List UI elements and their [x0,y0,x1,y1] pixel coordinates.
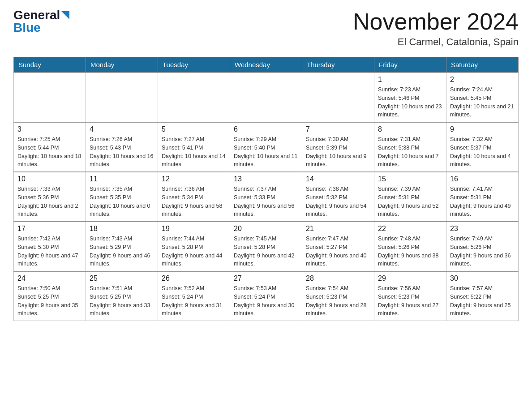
calendar-cell: 18Sunrise: 7:43 AMSunset: 5:29 PMDayligh… [86,222,158,271]
calendar-cell: 9Sunrise: 7:32 AMSunset: 5:37 PMDaylight… [446,122,519,172]
title-block: November 2024 El Carmel, Catalonia, Spai… [353,9,519,48]
day-info: Sunrise: 7:45 AMSunset: 5:28 PMDaylight:… [234,235,298,268]
logo-blue-line: Blue [13,21,41,34]
day-info: Sunrise: 7:43 AMSunset: 5:29 PMDaylight:… [90,235,154,268]
day-number: 30 [450,274,515,283]
day-number: 29 [378,274,442,283]
calendar-cell: 19Sunrise: 7:44 AMSunset: 5:28 PMDayligh… [158,222,230,271]
week-row-4: 17Sunrise: 7:42 AMSunset: 5:30 PMDayligh… [14,222,519,271]
calendar-cell: 14Sunrise: 7:38 AMSunset: 5:32 PMDayligh… [302,172,374,222]
week-row-3: 10Sunrise: 7:33 AMSunset: 5:36 PMDayligh… [14,172,519,222]
day-number: 2 [450,76,515,84]
calendar-cell: 27Sunrise: 7:53 AMSunset: 5:24 PMDayligh… [230,271,302,321]
logo-general-text: General [13,9,60,21]
calendar-cell [86,73,158,122]
weekday-header-sunday: Sunday [14,57,86,73]
calendar-cell: 25Sunrise: 7:51 AMSunset: 5:25 PMDayligh… [86,271,158,321]
calendar-cell: 23Sunrise: 7:49 AMSunset: 5:26 PMDayligh… [446,222,519,271]
month-title: November 2024 [353,9,519,34]
day-number: 26 [162,274,226,283]
day-number: 5 [162,125,226,133]
calendar-cell: 12Sunrise: 7:36 AMSunset: 5:34 PMDayligh… [158,172,230,222]
calendar-cell: 2Sunrise: 7:24 AMSunset: 5:45 PMDaylight… [446,73,519,122]
weekday-header-wednesday: Wednesday [230,57,302,73]
calendar-cell [158,73,230,122]
day-number: 19 [162,225,226,233]
day-number: 27 [234,274,298,283]
calendar-cell: 10Sunrise: 7:33 AMSunset: 5:36 PMDayligh… [14,172,86,222]
weekday-header-saturday: Saturday [446,57,519,73]
location-title: El Carmel, Catalonia, Spain [353,36,519,48]
day-info: Sunrise: 7:57 AMSunset: 5:22 PMDaylight:… [450,284,515,318]
day-info: Sunrise: 7:23 AMSunset: 5:46 PMDaylight:… [378,86,442,119]
page-header: General Blue November 2024 El Carmel, Ca… [13,9,519,48]
calendar-cell: 15Sunrise: 7:39 AMSunset: 5:31 PMDayligh… [374,172,446,222]
day-info: Sunrise: 7:47 AMSunset: 5:27 PMDaylight:… [306,235,370,268]
day-number: 24 [17,274,82,283]
weekday-header-tuesday: Tuesday [158,57,230,73]
svg-marker-0 [61,11,69,19]
day-info: Sunrise: 7:25 AMSunset: 5:44 PMDaylight:… [17,135,82,169]
weekday-header-thursday: Thursday [302,57,374,73]
calendar-cell: 4Sunrise: 7:26 AMSunset: 5:43 PMDaylight… [86,122,158,172]
day-info: Sunrise: 7:53 AMSunset: 5:24 PMDaylight:… [234,284,298,318]
day-info: Sunrise: 7:36 AMSunset: 5:34 PMDaylight:… [162,185,226,218]
week-row-5: 24Sunrise: 7:50 AMSunset: 5:25 PMDayligh… [14,271,519,321]
logo: General Blue [13,9,69,34]
calendar-cell: 3Sunrise: 7:25 AMSunset: 5:44 PMDaylight… [14,122,86,172]
calendar-cell: 7Sunrise: 7:30 AMSunset: 5:39 PMDaylight… [302,122,374,172]
day-info: Sunrise: 7:24 AMSunset: 5:45 PMDaylight:… [450,86,515,119]
day-number: 4 [90,125,154,133]
calendar-cell: 5Sunrise: 7:27 AMSunset: 5:41 PMDaylight… [158,122,230,172]
day-number: 20 [234,225,298,233]
day-info: Sunrise: 7:38 AMSunset: 5:32 PMDaylight:… [306,185,370,218]
day-info: Sunrise: 7:29 AMSunset: 5:40 PMDaylight:… [234,135,298,169]
calendar-cell: 1Sunrise: 7:23 AMSunset: 5:46 PMDaylight… [374,73,446,122]
day-number: 7 [306,125,370,133]
calendar-cell [302,73,374,122]
calendar-cell: 16Sunrise: 7:41 AMSunset: 5:31 PMDayligh… [446,172,519,222]
calendar-cell: 6Sunrise: 7:29 AMSunset: 5:40 PMDaylight… [230,122,302,172]
calendar-cell: 24Sunrise: 7:50 AMSunset: 5:25 PMDayligh… [14,271,86,321]
day-info: Sunrise: 7:33 AMSunset: 5:36 PMDaylight:… [17,185,82,218]
weekday-header-row: SundayMondayTuesdayWednesdayThursdayFrid… [14,57,519,73]
day-number: 1 [378,76,442,84]
calendar-cell: 13Sunrise: 7:37 AMSunset: 5:33 PMDayligh… [230,172,302,222]
day-number: 16 [450,175,515,183]
calendar-cell: 20Sunrise: 7:45 AMSunset: 5:28 PMDayligh… [230,222,302,271]
day-info: Sunrise: 7:31 AMSunset: 5:38 PMDaylight:… [378,135,442,169]
weekday-header-monday: Monday [86,57,158,73]
day-info: Sunrise: 7:44 AMSunset: 5:28 PMDaylight:… [162,235,226,268]
day-info: Sunrise: 7:41 AMSunset: 5:31 PMDaylight:… [450,185,515,218]
day-info: Sunrise: 7:42 AMSunset: 5:30 PMDaylight:… [17,235,82,268]
day-info: Sunrise: 7:48 AMSunset: 5:26 PMDaylight:… [378,235,442,268]
day-number: 25 [90,274,154,283]
day-number: 17 [17,225,82,233]
calendar-table: SundayMondayTuesdayWednesdayThursdayFrid… [13,57,519,321]
day-number: 13 [234,175,298,183]
day-number: 18 [90,225,154,233]
day-info: Sunrise: 7:50 AMSunset: 5:25 PMDaylight:… [17,284,82,318]
day-info: Sunrise: 7:39 AMSunset: 5:31 PMDaylight:… [378,185,442,218]
day-number: 14 [306,175,370,183]
day-number: 3 [17,125,82,133]
day-number: 9 [450,125,515,133]
calendar-cell: 30Sunrise: 7:57 AMSunset: 5:22 PMDayligh… [446,271,519,321]
calendar-cell: 28Sunrise: 7:54 AMSunset: 5:23 PMDayligh… [302,271,374,321]
logo-triangle-icon [61,11,69,21]
day-number: 8 [378,125,442,133]
day-info: Sunrise: 7:27 AMSunset: 5:41 PMDaylight:… [162,135,226,169]
day-info: Sunrise: 7:51 AMSunset: 5:25 PMDaylight:… [90,284,154,318]
day-info: Sunrise: 7:52 AMSunset: 5:24 PMDaylight:… [162,284,226,318]
day-info: Sunrise: 7:30 AMSunset: 5:39 PMDaylight:… [306,135,370,169]
calendar-cell: 8Sunrise: 7:31 AMSunset: 5:38 PMDaylight… [374,122,446,172]
calendar-cell: 17Sunrise: 7:42 AMSunset: 5:30 PMDayligh… [14,222,86,271]
weekday-header-friday: Friday [374,57,446,73]
day-info: Sunrise: 7:56 AMSunset: 5:23 PMDaylight:… [378,284,442,318]
calendar-cell: 22Sunrise: 7:48 AMSunset: 5:26 PMDayligh… [374,222,446,271]
day-number: 11 [90,175,154,183]
day-info: Sunrise: 7:32 AMSunset: 5:37 PMDaylight:… [450,135,515,169]
day-number: 21 [306,225,370,233]
week-row-2: 3Sunrise: 7:25 AMSunset: 5:44 PMDaylight… [14,122,519,172]
day-number: 15 [378,175,442,183]
